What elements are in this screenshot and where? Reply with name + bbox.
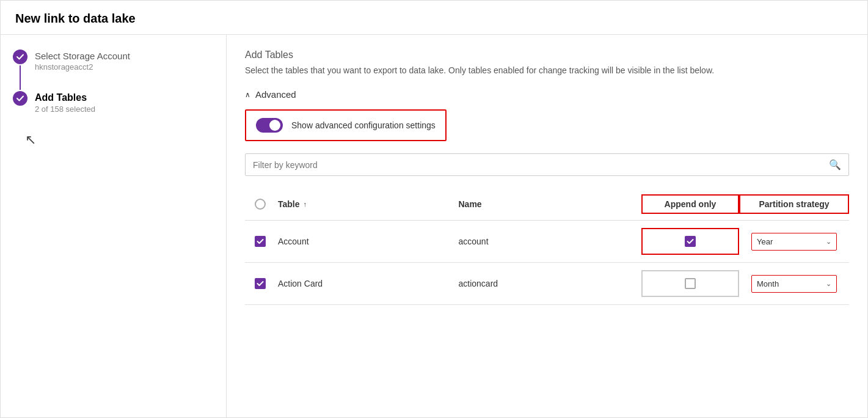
step-text-2: Add Tables 2 of 158 selected — [35, 91, 95, 114]
checkmark-append-account — [687, 238, 694, 245]
main-content: Select Storage Account hknstorageacct2 A… — [1, 35, 867, 417]
partition-value-actioncard: Month — [757, 279, 779, 288]
advanced-header[interactable]: ∧ Advanced — [245, 89, 849, 100]
partition-dropdown-actioncard[interactable]: Month ⌄ — [751, 275, 837, 293]
chevron-up-icon: ∧ — [245, 90, 250, 99]
search-input[interactable] — [253, 160, 829, 170]
row-table-name-account: Account — [278, 237, 309, 246]
toggle-slider — [256, 118, 283, 133]
append-unchecked-icon-actioncard[interactable] — [685, 278, 696, 289]
page-title: New link to data lake — [1, 1, 867, 35]
row-name-account: account — [459, 237, 642, 246]
search-icon: 🔍 — [829, 159, 841, 170]
partition-dropdown-account[interactable]: Year ⌄ — [751, 233, 837, 251]
row-checkbox-actioncard[interactable] — [245, 278, 275, 289]
partition-value-account: Year — [757, 237, 773, 246]
step-text-1: Select Storage Account hknstorageacct2 — [35, 50, 130, 72]
step-line-1 — [20, 65, 21, 90]
toggle-label: Show advanced configuration settings — [291, 120, 436, 130]
cursor-area: ↖ — [13, 114, 214, 163]
sidebar: Select Storage Account hknstorageacct2 A… — [1, 35, 227, 417]
step-select-storage: Select Storage Account hknstorageacct2 — [13, 50, 214, 91]
checkmark-actioncard — [257, 280, 264, 287]
advanced-settings-toggle[interactable] — [256, 118, 283, 133]
step-sublabel-1: hknstorageacct2 — [35, 62, 130, 72]
header-append-only: Append only — [641, 194, 739, 214]
dropdown-arrow-account: ⌄ — [826, 238, 831, 246]
checkmark-icon-1 — [16, 53, 24, 61]
step-circle-1 — [13, 50, 27, 64]
select-all-radio[interactable] — [255, 199, 266, 210]
checkmark-account — [257, 238, 264, 245]
row-table-account: Account — [275, 237, 459, 246]
cursor-icon: ↖ — [25, 132, 36, 148]
row-table-actioncard: Action Card — [275, 279, 459, 288]
step-circle-2 — [13, 91, 27, 106]
step-connector-1 — [13, 50, 27, 91]
append-checked-icon-account[interactable] — [685, 236, 696, 247]
sort-arrow-icon: ↑ — [304, 200, 307, 208]
table-row: Account account Year ⌄ — [245, 221, 849, 263]
search-bar: 🔍 — [245, 153, 849, 176]
dropdown-arrow-actioncard: ⌄ — [826, 280, 831, 288]
step-label-1: Select Storage Account — [35, 51, 130, 61]
row-partition-actioncard: Month ⌄ — [739, 275, 849, 293]
header-partition-strategy: Partition strategy — [739, 194, 849, 214]
section-description: Select the tables that you want to expor… — [245, 64, 795, 77]
checkmark-icon-2 — [16, 94, 24, 103]
step-sublabel-2: 2 of 158 selected — [35, 105, 95, 114]
toggle-row: Show advanced configuration settings — [245, 109, 447, 141]
advanced-label: Advanced — [255, 89, 296, 100]
right-panel: Add Tables Select the tables that you wa… — [227, 35, 867, 417]
header-select-all[interactable] — [245, 199, 275, 210]
header-table[interactable]: Table ↑ — [275, 199, 459, 209]
section-title: Add Tables — [245, 50, 849, 61]
table-row: Action Card actioncard Month ⌄ — [245, 263, 849, 305]
checked-icon-actioncard[interactable] — [255, 278, 266, 289]
row-append-account[interactable] — [641, 228, 739, 255]
row-table-name-actioncard: Action Card — [278, 279, 323, 288]
row-name-actioncard: actioncard — [459, 279, 642, 288]
row-checkbox-account[interactable] — [245, 236, 275, 247]
page-container: New link to data lake Select Storage Acc… — [0, 0, 868, 418]
row-partition-account: Year ⌄ — [739, 233, 849, 251]
table-container: Table ↑ Name Append only Partition strat… — [245, 188, 849, 305]
header-table-label: Table — [278, 199, 300, 209]
step-add-tables: Add Tables 2 of 158 selected — [13, 91, 214, 114]
table-header-row: Table ↑ Name Append only Partition strat… — [245, 188, 849, 221]
row-append-actioncard[interactable] — [641, 270, 739, 297]
checked-icon-account[interactable] — [255, 236, 266, 247]
header-name: Name — [459, 199, 642, 209]
step-label-2: Add Tables — [35, 92, 95, 103]
step-connector-2 — [13, 91, 27, 106]
